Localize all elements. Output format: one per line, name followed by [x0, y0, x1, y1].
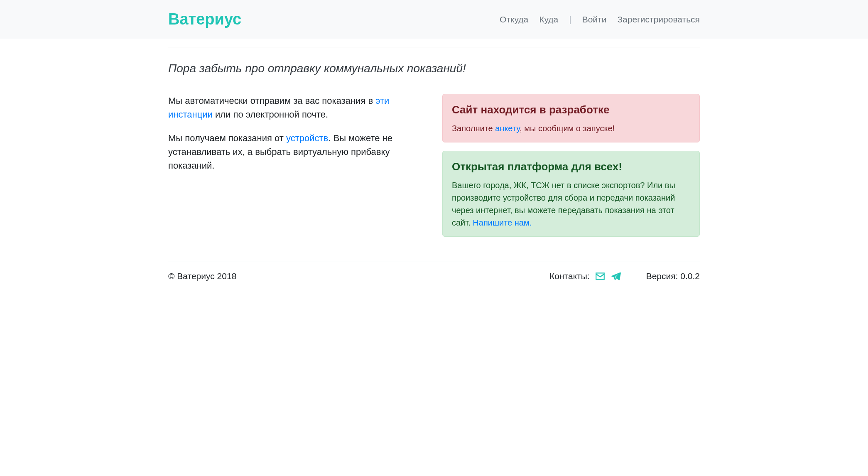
navbar: Ватериус Откуда Куда | Войти Зарегистрир…: [0, 0, 868, 39]
text: , мы сообщим о запуске!: [520, 124, 615, 133]
content-right: Сайт находится в разработке Заполните ан…: [442, 94, 700, 245]
alert-body: Вашего города, ЖК, ТСЖ нет в списке эксп…: [452, 179, 690, 229]
slogan: Пора забыть про отправку коммунальных по…: [168, 60, 700, 77]
footer-version: Версия: 0.0.2: [646, 270, 700, 283]
link-devices[interactable]: устройств: [286, 133, 328, 143]
link-write-us[interactable]: Напишите нам.: [473, 218, 532, 227]
nav-from[interactable]: Откуда: [500, 13, 528, 26]
footer-contacts: Контакты:: [549, 270, 621, 283]
intro-para-2: Мы получаем показания от устройств. Вы м…: [168, 131, 426, 172]
nav-register[interactable]: Зарегистрироваться: [617, 13, 700, 26]
alert-body: Заполните анкету, мы сообщим о запуске!: [452, 122, 690, 135]
alert-heading: Сайт находится в разработке: [452, 102, 690, 118]
divider-bottom: [168, 262, 700, 262]
nav-separator: |: [569, 13, 571, 26]
text: или по электронной почте.: [213, 109, 328, 120]
nav-login[interactable]: Войти: [582, 13, 607, 26]
footer: © Ватериус 2018 Контакты: Версия: 0.0.2: [168, 270, 700, 295]
alert-open-platform: Открытая платформа для всех! Вашего горо…: [442, 151, 700, 237]
text: Заполните: [452, 124, 495, 133]
contacts-label: Контакты:: [549, 270, 590, 283]
content-row: Мы автоматически отправим за вас показан…: [168, 94, 700, 245]
footer-copyright: © Ватериус 2018: [168, 270, 236, 283]
alert-development: Сайт находится в разработке Заполните ан…: [442, 94, 700, 142]
link-survey[interactable]: анкету: [495, 124, 520, 133]
intro-para-1: Мы автоматически отправим за вас показан…: [168, 94, 426, 121]
nav-links: Откуда Куда | Войти Зарегистрироваться: [500, 13, 700, 26]
divider-top: [168, 47, 700, 47]
brand-logo[interactable]: Ватериус: [168, 7, 241, 31]
content-left: Мы автоматически отправим за вас показан…: [168, 94, 426, 245]
email-icon[interactable]: [595, 271, 606, 282]
text: Мы автоматически отправим за вас показан…: [168, 96, 375, 106]
alert-heading: Открытая платформа для всех!: [452, 159, 690, 175]
text: Мы получаем показания от: [168, 133, 286, 143]
nav-to[interactable]: Куда: [539, 13, 558, 26]
telegram-icon[interactable]: [611, 271, 621, 282]
